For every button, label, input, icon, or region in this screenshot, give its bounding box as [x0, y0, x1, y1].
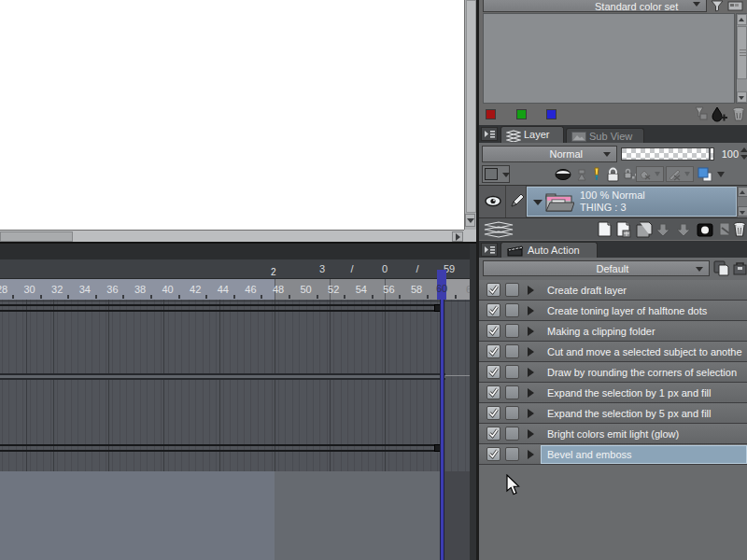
- expand-triangle-icon[interactable]: [528, 368, 534, 377]
- tab-layer[interactable]: Layer: [500, 126, 564, 143]
- scroll-down-button[interactable]: [737, 91, 747, 103]
- action-label[interactable]: Create draft layer: [547, 284, 627, 297]
- color-swatch-grid[interactable]: [483, 13, 735, 104]
- action-output-checkbox[interactable]: [505, 406, 519, 420]
- register-action-icon[interactable]: [734, 263, 746, 274]
- color-history-chip[interactable]: [486, 109, 496, 119]
- action-output-checkbox[interactable]: [505, 365, 519, 379]
- expand-triangle-icon[interactable]: [528, 409, 534, 418]
- auto-action-row[interactable]: Bright colors emit light (glow): [479, 424, 747, 444]
- vscroll-thumb[interactable]: [466, 0, 476, 213]
- action-output-checkbox[interactable]: [505, 324, 519, 338]
- auto-action-row[interactable]: Bevel and emboss: [479, 444, 747, 465]
- layer-mask-icon[interactable]: [698, 224, 712, 236]
- layer-visibility-cell[interactable]: [479, 186, 506, 217]
- canvas-vscrollbar[interactable]: [464, 0, 476, 230]
- expand-triangle-icon[interactable]: [533, 200, 543, 205]
- layer-row-selected[interactable]: 100 % Normal THING : 3: [527, 187, 737, 217]
- new-raster-layer-icon[interactable]: [599, 222, 611, 236]
- action-label[interactable]: Draw by rounding the corners of selectio…: [547, 366, 737, 379]
- panel-menu-button[interactable]: [481, 127, 498, 141]
- action-output-checkbox[interactable]: [505, 385, 519, 399]
- action-enabled-checkbox[interactable]: [486, 344, 500, 358]
- color-history-chip[interactable]: [546, 109, 557, 119]
- tab-sub-view[interactable]: Sub View: [566, 128, 644, 143]
- clip-to-layer-button[interactable]: [636, 166, 664, 182]
- expand-triangle-icon[interactable]: [528, 327, 534, 336]
- expand-triangle-icon[interactable]: [528, 388, 534, 398]
- action-label[interactable]: Expand the selection by 5 px and fill: [547, 407, 712, 420]
- action-enabled-checkbox[interactable]: [486, 406, 500, 420]
- track-area-mid[interactable]: [275, 471, 444, 560]
- transfer-down-icon[interactable]: [656, 224, 669, 236]
- scroll-up-button[interactable]: [737, 14, 747, 25]
- layer-color-button[interactable]: [697, 166, 728, 183]
- blend-mode-dropdown[interactable]: Normal: [482, 146, 617, 162]
- scroll-down-button[interactable]: [465, 214, 475, 227]
- action-label[interactable]: Expand the selection by 1 px and fill: [547, 386, 712, 399]
- expand-triangle-icon[interactable]: [528, 450, 534, 459]
- color-set-dropdown[interactable]: Standard color set: [483, 0, 707, 12]
- action-enabled-checkbox[interactable]: [486, 385, 500, 399]
- action-label[interactable]: Create toning layer of halftone dots: [547, 304, 707, 317]
- palette-display-icon[interactable]: [483, 221, 514, 238]
- action-output-checkbox[interactable]: [505, 283, 519, 297]
- action-output-checkbox[interactable]: [505, 303, 519, 317]
- auto-action-row[interactable]: Expand the selection by 5 px and fill: [479, 403, 747, 424]
- timeline-ruler[interactable]: 283032343638404244464850525456586062: [0, 278, 470, 300]
- opacity-spinner[interactable]: [740, 147, 747, 161]
- auto-action-row[interactable]: Create toning layer of halftone dots: [479, 301, 747, 321]
- action-label[interactable]: Making a clipping folder: [547, 325, 655, 338]
- expand-triangle-icon[interactable]: [528, 429, 534, 439]
- action-label[interactable]: Bevel and emboss: [547, 448, 632, 461]
- action-output-checkbox[interactable]: [505, 344, 519, 358]
- action-enabled-checkbox[interactable]: [486, 324, 500, 338]
- action-output-checkbox[interactable]: [505, 447, 519, 461]
- playhead-line[interactable]: [440, 300, 444, 560]
- action-set-dropdown[interactable]: Default: [483, 260, 710, 276]
- color-history-chip[interactable]: [516, 109, 527, 119]
- track-area-light[interactable]: [0, 471, 275, 560]
- action-enabled-checkbox[interactable]: [486, 427, 500, 441]
- layer-list-scrollbar[interactable]: [738, 187, 747, 217]
- scroll-down-button[interactable]: [738, 206, 747, 217]
- delete-layer-icon[interactable]: [734, 222, 745, 236]
- ruler-button[interactable]: [666, 166, 694, 182]
- expand-triangle-icon[interactable]: [528, 286, 534, 295]
- add-auto-action-icon[interactable]: [714, 261, 728, 275]
- action-enabled-checkbox[interactable]: [486, 365, 500, 379]
- tab-auto-action[interactable]: Auto Action: [500, 242, 598, 258]
- scroll-right-button[interactable]: [452, 231, 463, 242]
- color-filter-button[interactable]: [710, 0, 725, 12]
- merge-down-icon[interactable]: [677, 224, 690, 236]
- panel-menu-button[interactable]: [481, 243, 498, 257]
- new-vector-layer-icon[interactable]: [617, 222, 630, 237]
- timeline-clip-bar[interactable]: [0, 304, 444, 312]
- auto-action-row[interactable]: Create draft layer: [479, 280, 747, 301]
- paper-color-button[interactable]: [482, 165, 510, 183]
- new-folder-icon[interactable]: [637, 222, 652, 237]
- swatch-scrollbar[interactable]: [736, 13, 747, 104]
- action-enabled-checkbox[interactable]: [486, 283, 500, 297]
- action-output-checkbox[interactable]: [505, 427, 519, 441]
- opacity-slider[interactable]: [621, 147, 714, 161]
- auto-action-row[interactable]: Making a clipping folder: [479, 321, 747, 342]
- swatch-scroll-thumb[interactable]: [737, 26, 747, 79]
- timeline-clip-bar[interactable]: [0, 444, 444, 452]
- action-label[interactable]: Bright colors emit light (glow): [547, 427, 679, 441]
- canvas[interactable]: [0, 0, 464, 230]
- canvas-hscrollbar[interactable]: [0, 230, 464, 242]
- scroll-up-button[interactable]: [738, 187, 747, 197]
- apply-mask-icon[interactable]: [720, 223, 729, 235]
- action-label[interactable]: Cut and move a selected subject to anoth…: [547, 345, 742, 358]
- action-enabled-checkbox[interactable]: [486, 303, 500, 317]
- expand-triangle-icon[interactable]: [528, 306, 534, 315]
- color-set-edit-button[interactable]: [726, 0, 745, 12]
- expand-triangle-icon[interactable]: [528, 347, 534, 357]
- layer-editing-cell[interactable]: [506, 186, 527, 217]
- opacity-slider-handle[interactable]: [709, 148, 711, 160]
- auto-action-row[interactable]: Draw by rounding the corners of selectio…: [479, 362, 747, 383]
- action-enabled-checkbox[interactable]: [486, 447, 500, 461]
- auto-action-row[interactable]: Cut and move a selected subject to anoth…: [479, 342, 747, 362]
- hscroll-thumb[interactable]: [0, 231, 73, 242]
